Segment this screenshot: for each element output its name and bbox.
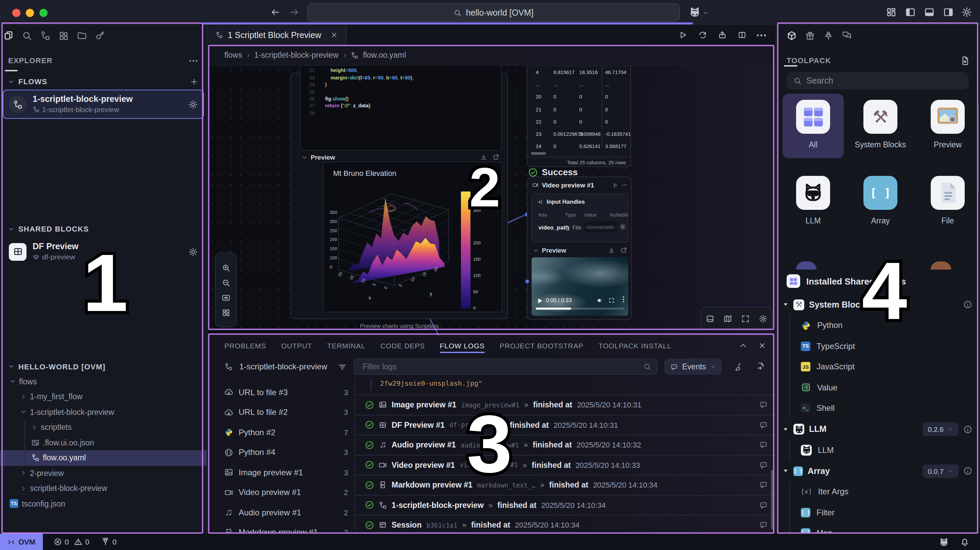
toolpack-category-file[interactable]: File xyxy=(917,176,978,226)
canvas-settings-gear-icon[interactable] xyxy=(758,314,767,323)
log-entry[interactable]: 1-scriptlet-block-preview»finished at202… xyxy=(356,495,776,515)
block-group-array[interactable]: [ ]Array0.0.7 xyxy=(776,460,979,482)
log-node-item[interactable]: Video preview #12 xyxy=(207,482,355,502)
panel-close-icon[interactable] xyxy=(758,342,766,350)
editor-action-more-icon[interactable]: ⋯ xyxy=(757,30,766,40)
node-more-icon[interactable]: ⋯ xyxy=(622,182,627,188)
handle-gear-icon[interactable] xyxy=(619,223,626,230)
block-group-system-blocks[interactable]: ⚒System Blocks xyxy=(776,294,979,315)
block-item-javascript[interactable]: JSJavaScript xyxy=(776,357,979,377)
comment-icon[interactable] xyxy=(759,441,768,449)
panel-tab-output[interactable]: OUTPUT xyxy=(281,336,312,355)
activity-folder-icon[interactable] xyxy=(76,30,88,41)
comment-icon[interactable] xyxy=(759,401,768,409)
log-node-item[interactable]: Python #43 xyxy=(207,442,355,463)
canvas-fullscreen-icon[interactable] xyxy=(741,314,749,323)
df-table-node[interactable]: 48.81561718.351646.71704............2000… xyxy=(527,66,631,167)
panel-collapse-icon[interactable] xyxy=(739,342,747,350)
events-dropdown[interactable]: Events xyxy=(665,358,722,375)
chevron-down-icon[interactable] xyxy=(703,10,708,16)
tree-item-2-preview[interactable]: 2-preview xyxy=(0,466,207,481)
download-icon[interactable] xyxy=(480,154,487,160)
block-item-map[interactable]: [ ]Map xyxy=(776,523,979,533)
back-icon[interactable] xyxy=(270,8,280,17)
settings-gear-icon[interactable] xyxy=(961,7,972,17)
fullscreen-icon[interactable] xyxy=(608,297,614,304)
block-item-value[interactable]: Value xyxy=(776,377,979,398)
assistant-dog-icon[interactable] xyxy=(689,6,701,18)
canvas-fit-width-icon[interactable] xyxy=(221,293,230,302)
flow-item-1-scriptlet-block-preview[interactable]: 1-scriptlet-block-preview 1-scriptlet-bl… xyxy=(3,90,203,119)
handle-value-input[interactable]: <connected> xyxy=(584,221,617,232)
tree-item-flow.oo.yaml[interactable]: flow.oo.yaml xyxy=(0,450,207,466)
tab-scriptlet-block-preview[interactable]: 1 Scriptlet Block Preview xyxy=(207,25,346,45)
block-item-filter[interactable]: [ ]Filter xyxy=(776,502,979,523)
activity-blocks-icon[interactable] xyxy=(58,30,69,41)
video-player[interactable]: 0:00 / 0:33 ⋮ xyxy=(531,257,628,316)
panel-tab-flow-logs[interactable]: FLOW LOGS xyxy=(440,336,485,355)
open-external-icon[interactable] xyxy=(493,154,499,160)
toolpack-category-array[interactable]: [ ]Array xyxy=(850,176,911,226)
video-progress-track[interactable] xyxy=(536,307,624,309)
toolpack-category-system-blocks[interactable]: ⚒System Blocks xyxy=(850,100,911,150)
log-node-item[interactable]: ♫Audio preview #12 xyxy=(207,502,355,523)
editor-action-play-icon[interactable] xyxy=(678,30,687,40)
log-node-item[interactable]: Image preview #13 xyxy=(207,463,355,482)
ports-status[interactable]: 0 xyxy=(102,538,116,546)
activity-search-icon[interactable] xyxy=(21,30,33,41)
activity-flow-icon[interactable] xyxy=(40,30,51,41)
canvas-zoom-in-icon[interactable] xyxy=(221,263,230,272)
tree-item-tsconfig.json[interactable]: TStsconfig.json xyxy=(0,496,207,511)
workspace-header[interactable]: HELLO-WORLD [OVM] xyxy=(0,359,207,374)
toolpack-tab-gift-icon[interactable] xyxy=(804,30,816,41)
tree-item-scriptlet-block-preview[interactable]: scriptlet-block-preview xyxy=(0,481,207,496)
comment-icon[interactable] xyxy=(759,501,768,509)
canvas-layout-icon[interactable] xyxy=(221,308,230,317)
panel-tab-toolpack-install[interactable]: TOOLPACK INSTALL xyxy=(598,336,671,355)
volume-icon[interactable] xyxy=(597,297,603,304)
block-item-shell[interactable]: >_Shell xyxy=(776,398,979,418)
toolpack-category-preview[interactable]: Preview xyxy=(917,100,978,150)
version-dropdown[interactable]: 0.2.6 xyxy=(922,422,959,436)
block-item-typescript[interactable]: TSTypeScript xyxy=(776,336,979,357)
minimize-traffic-light[interactable] xyxy=(26,8,34,17)
panel-left-icon[interactable] xyxy=(905,7,916,17)
panel-bottom-icon[interactable] xyxy=(924,7,935,17)
filter-logs-input[interactable] xyxy=(354,358,658,375)
preview-section-header[interactable]: Preview xyxy=(302,154,499,161)
info-icon[interactable] xyxy=(963,425,972,434)
export-logs-icon[interactable] xyxy=(756,362,765,371)
layout-grid-icon[interactable] xyxy=(886,7,897,17)
comment-icon[interactable] xyxy=(759,421,768,429)
table-scrollbar[interactable] xyxy=(531,152,546,154)
toolpack-tab-rocket-icon[interactable] xyxy=(822,30,834,41)
panel-tab-code-deps[interactable]: CODE DEPS xyxy=(380,336,425,355)
flow-settings-gear-icon[interactable] xyxy=(188,100,198,109)
clear-logs-icon[interactable] xyxy=(734,362,743,371)
forward-icon[interactable] xyxy=(290,8,299,17)
panel-tab-project-bootstrap[interactable]: PROJECT BOOTSTRAP xyxy=(500,336,584,355)
logs-scrollbar[interactable] xyxy=(771,470,774,529)
input-handle-dot[interactable] xyxy=(525,279,530,284)
log-node-item[interactable]: URL to file #33 xyxy=(207,382,355,402)
editor-action-export-icon[interactable] xyxy=(718,30,727,40)
breadcrumb-item[interactable]: flows xyxy=(224,51,242,59)
sidebar-scrollbar[interactable] xyxy=(977,103,978,192)
video-preview-node[interactable]: Video preview #1 ⋯ Input Handles KeyType… xyxy=(527,176,632,320)
log-list-icon[interactable] xyxy=(338,362,347,371)
editor-action-split-icon[interactable] xyxy=(738,30,746,40)
log-node-item[interactable]: Python #27 xyxy=(207,422,355,442)
version-dropdown[interactable]: 0.0.7 xyxy=(922,464,959,478)
assistant-dog-icon[interactable] xyxy=(939,537,949,547)
tree-item-.flow.ui.oo.json[interactable]: .flow.ui.oo.json xyxy=(0,435,207,450)
close-tab-icon[interactable] xyxy=(330,31,337,39)
shared-block-gear-icon[interactable] xyxy=(188,247,198,257)
new-toolpack-icon[interactable] xyxy=(959,55,970,65)
block-item-llm[interactable]: LLM xyxy=(776,440,979,460)
remote-ovm-badge[interactable]: OVM xyxy=(0,534,43,550)
add-flow-icon[interactable] xyxy=(190,77,199,86)
open-external-icon[interactable] xyxy=(621,247,627,253)
tree-item-flows[interactable]: flows xyxy=(0,374,207,389)
log-entry[interactable]: Image preview #1image_preview#1»finished… xyxy=(356,395,776,415)
log-node-item[interactable]: Markdown preview #12 xyxy=(207,523,355,534)
